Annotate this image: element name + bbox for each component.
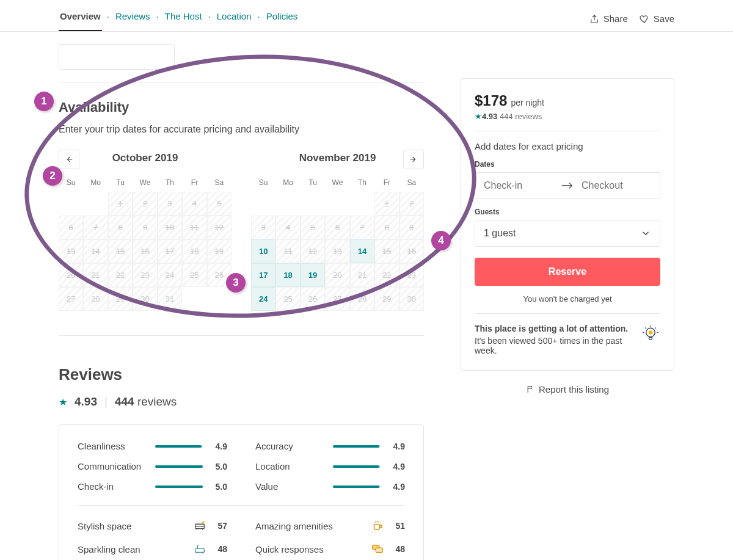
ratings-card: Cleanliness4.9Accuracy4.9Communication5.… (59, 424, 424, 560)
calendar-day: 2 (133, 192, 157, 216)
calendar-day: 11 (182, 216, 206, 239)
calendar-day: 6 (59, 216, 83, 239)
rating-row: Communication5.0 (78, 461, 227, 471)
calendar-day: 26 (207, 263, 232, 287)
divider (59, 335, 424, 336)
availability-subtitle: Enter your trip dates for accurate prici… (59, 124, 424, 135)
reviews-heading: Reviews (59, 365, 424, 384)
dates-label: Dates (475, 160, 660, 169)
chat-icon (371, 542, 384, 556)
calendar-day: 18 (182, 239, 206, 263)
calendar-day: 21 (83, 263, 108, 287)
tab-the-host[interactable]: The Host (164, 6, 203, 30)
rating-bar (155, 445, 203, 448)
cup-icon (371, 519, 384, 533)
calendar-day: 27 (325, 287, 349, 311)
calendar-day: 1 (374, 192, 399, 216)
price: $178 (475, 92, 507, 109)
share-icon (589, 13, 600, 24)
tab-policies[interactable]: Policies (265, 6, 299, 30)
calendar-day: 1 (108, 192, 133, 216)
calendar-day: 12 (301, 239, 325, 263)
rating-bar (155, 465, 203, 468)
calendar-prev-button[interactable] (59, 150, 79, 169)
flag-icon (526, 385, 535, 394)
calendar-day[interactable]: 10 (251, 239, 275, 263)
save-button[interactable]: Save (639, 13, 674, 24)
date-range-input[interactable]: Check-in Checkout (475, 172, 660, 199)
reserve-button[interactable]: Reserve (475, 258, 660, 286)
arrow-right-icon (409, 155, 418, 164)
guests-label: Guests (475, 208, 660, 216)
calendar-day[interactable]: 17 (251, 263, 275, 287)
compliment-row: Amazing amenities51 (255, 519, 405, 533)
calendar-day[interactable]: 19 (301, 263, 325, 287)
rating-bar (333, 445, 381, 448)
share-label: Share (604, 13, 628, 24)
save-label: Save (654, 13, 674, 24)
calendar-month-left: October 2019SuMoTuWeThFrSa12345678910111… (59, 152, 232, 311)
calendar-day: 28 (350, 287, 374, 311)
divider (475, 131, 660, 131)
calendar-day: 13 (59, 239, 83, 263)
calendar-day: 6 (325, 216, 349, 239)
reviews-summary: ★ 4.93 | 444 reviews (59, 395, 424, 409)
calendar-day: 30 (399, 287, 424, 311)
calendar-day[interactable]: 24 (251, 287, 275, 311)
calendar-day: 21 (350, 263, 374, 287)
calendar: October 2019SuMoTuWeThFrSa12345678910111… (59, 152, 424, 311)
arrow-right-icon (561, 181, 574, 190)
tab-overview[interactable]: Overview (59, 6, 102, 31)
checkout-placeholder: Checkout (582, 180, 651, 191)
svg-point-6 (649, 330, 652, 334)
price-unit: per night (511, 98, 544, 107)
lightbulb-icon (641, 324, 660, 343)
guests-value: 1 guest (484, 228, 516, 239)
nav-tabs: Overview·Reviews·The Host·Location·Polic… (59, 6, 299, 31)
calendar-day: 20 (325, 263, 349, 287)
compliment-row: Sparkling clean48 (78, 542, 227, 556)
tab-location[interactable]: Location (216, 6, 253, 30)
calendar-day: 27 (59, 287, 83, 311)
calendar-day: 8 (108, 216, 133, 239)
booking-rating: 4.93 (482, 112, 497, 121)
guests-select[interactable]: 1 guest (475, 220, 660, 247)
divider (78, 505, 405, 506)
tab-reviews[interactable]: Reviews (114, 6, 151, 30)
calendar-day: 14 (83, 239, 108, 263)
calendar-month-label: November 2019 (251, 152, 424, 164)
availability-heading: Availability (59, 100, 424, 115)
calendar-day: 3 (251, 216, 275, 239)
report-listing-link[interactable]: Report this listing (461, 384, 674, 395)
calendar-day: 7 (83, 216, 108, 239)
calendar-day: 4 (182, 192, 206, 216)
sofa-icon (193, 519, 206, 533)
reviews-count: 444 (115, 395, 134, 408)
compliment-row: Stylish space57 (78, 519, 227, 533)
compliment-row: Quick responses48 (255, 542, 405, 556)
calendar-day: 9 (399, 216, 424, 239)
calendar-day: 9 (133, 216, 157, 239)
share-button[interactable]: Share (589, 13, 628, 24)
svg-point-1 (202, 522, 205, 524)
rating-row: Value4.9 (255, 481, 405, 492)
svg-rect-2 (195, 548, 205, 552)
calendar-day: 28 (83, 287, 108, 311)
calendar-day: 15 (374, 239, 399, 263)
calendar-day: 5 (207, 192, 232, 216)
add-dates-note: Add dates for exact pricing (475, 141, 660, 151)
calendar-day: 24 (158, 263, 182, 287)
charge-note: You won't be charged yet (475, 294, 660, 304)
calendar-day[interactable]: 18 (275, 263, 300, 287)
calendar-day: 15 (108, 239, 133, 263)
booking-reviews: 444 reviews (500, 112, 542, 121)
calendar-next-button[interactable] (403, 150, 424, 169)
calendar-day: 10 (158, 216, 182, 239)
calendar-day: 31 (158, 287, 182, 311)
svg-rect-4 (376, 548, 382, 552)
rating-bar (333, 485, 381, 488)
calendar-month-right: November 2019SuMoTuWeThFrSa1234567891011… (251, 152, 424, 311)
calendar-day: 16 (133, 239, 157, 263)
star-icon: ★ (475, 112, 482, 121)
calendar-day[interactable]: 14 (350, 239, 374, 263)
